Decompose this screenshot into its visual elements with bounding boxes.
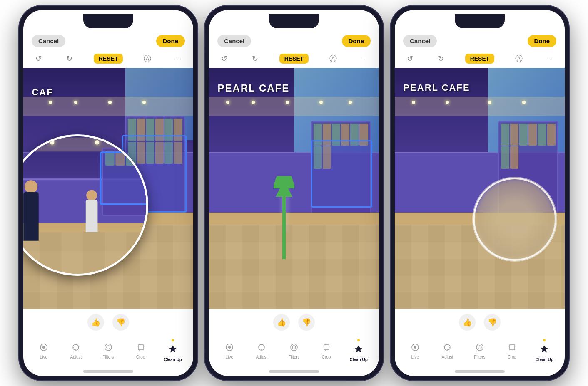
crop-icon-1: [135, 341, 147, 353]
auto-icon-3[interactable]: Ⓐ: [512, 52, 526, 65]
svg-point-7: [105, 344, 112, 351]
tool-cleanup-3[interactable]: Clean Up: [533, 339, 556, 362]
zoom-light-dot: [130, 140, 135, 144]
svg-point-18: [228, 346, 231, 349]
tool-live-1[interactable]: Live: [32, 341, 55, 359]
svg-point-38: [476, 344, 483, 351]
feedback-row-1: 👍 👎: [23, 309, 193, 336]
zoom-chef-body: [86, 199, 98, 232]
svg-point-8: [107, 346, 110, 349]
light-dot: [522, 101, 526, 104]
shelf-item: [501, 124, 509, 146]
tool-crop-1[interactable]: Crop: [129, 341, 152, 359]
redo-icon-1[interactable]: ↻: [62, 52, 76, 65]
more-icon-1[interactable]: ···: [172, 52, 185, 65]
light-dot: [286, 101, 289, 104]
tool-adjust-3[interactable]: Adjust: [436, 341, 459, 359]
reset-button-3[interactable]: RESET: [465, 54, 495, 64]
adjust-icon-2: [256, 341, 267, 353]
live-icon-2: [224, 341, 235, 353]
top-controls-2: Cancel Done: [209, 32, 379, 49]
photo-area-1: CAF: [23, 68, 193, 309]
done-button-3[interactable]: Done: [528, 35, 557, 47]
zoom-person-chef: [86, 190, 98, 232]
green-arrow-2: [274, 176, 294, 261]
thumbs-up-button-3[interactable]: 👍: [459, 314, 476, 331]
tool-live-2[interactable]: Live: [218, 341, 241, 359]
undo-icon-1[interactable]: ↺: [32, 52, 45, 65]
undo-icon-3[interactable]: ↺: [403, 52, 416, 65]
more-icon-2[interactable]: ···: [357, 52, 371, 65]
tool-adjust-2[interactable]: Adjust: [250, 341, 273, 359]
filters-icon-2: [288, 341, 300, 353]
reset-button-2[interactable]: RESET: [279, 54, 309, 64]
tool-crop-2[interactable]: Crop: [315, 341, 338, 359]
notch-3: [455, 14, 505, 28]
tool-adjust-1[interactable]: Adjust: [65, 341, 87, 359]
adjust-icon-3: [441, 341, 453, 353]
cancel-button-3[interactable]: Cancel: [403, 35, 437, 47]
tool-filters-2[interactable]: Filters: [282, 341, 305, 359]
phone-2: Cancel Done ↺ ↻ RESET Ⓐ ··· PEARL CAFE: [205, 6, 383, 380]
crop-label-1: Crop: [136, 355, 145, 359]
cleanup-icon-3: [538, 344, 550, 356]
light-dot: [74, 101, 77, 104]
cancel-button-2[interactable]: Cancel: [217, 35, 251, 47]
thumbs-down-button-3[interactable]: 👎: [484, 314, 501, 331]
crop-label-3: Crop: [508, 355, 517, 359]
adjust-label-2: Adjust: [256, 355, 267, 359]
svg-point-19: [259, 344, 264, 350]
thumbs-up-button-2[interactable]: 👍: [273, 314, 290, 331]
redo-icon-3[interactable]: ↻: [434, 52, 447, 65]
done-button-2[interactable]: Done: [342, 35, 371, 47]
ceiling-lights-1: [23, 97, 193, 116]
svg-marker-16: [276, 180, 292, 197]
zoom-person-head: [24, 180, 37, 193]
tool-crop-3[interactable]: Crop: [501, 341, 523, 359]
adjust-label-1: Adjust: [70, 355, 82, 359]
cancel-button-1[interactable]: Cancel: [32, 35, 65, 47]
zoom-light-dot: [95, 140, 99, 144]
svg-point-32: [414, 346, 416, 349]
tool-cleanup-1[interactable]: Clean Up: [162, 339, 184, 362]
more-icon-3[interactable]: ···: [543, 52, 556, 65]
tool-cleanup-2[interactable]: Clean Up: [347, 339, 370, 362]
light-dot: [446, 101, 449, 104]
tool-filters-1[interactable]: Filters: [97, 341, 120, 359]
undo-icon-2[interactable]: ↺: [217, 52, 231, 65]
auto-icon-2[interactable]: Ⓐ: [326, 52, 340, 65]
light-dot: [488, 101, 491, 104]
thumbs-down-button-1[interactable]: 👎: [112, 314, 129, 331]
redo-icon-2[interactable]: ↻: [248, 52, 262, 65]
thumbs-up-button-1[interactable]: 👍: [87, 314, 104, 331]
home-indicator-3: [455, 370, 505, 373]
ceiling-lights-3: [395, 97, 565, 116]
crop-label-2: Crop: [322, 355, 331, 359]
feedback-row-3: 👍 👎: [395, 309, 565, 336]
bottom-toolbar-1: Live Adjust Filters: [23, 336, 193, 369]
live-icon-3: [409, 341, 421, 353]
phone-screen-2: Cancel Done ↺ ↻ RESET Ⓐ ··· PEARL CAFE: [209, 10, 379, 376]
svg-rect-26: [324, 345, 329, 350]
live-label-2: Live: [226, 355, 233, 359]
selection-box-2: [311, 140, 372, 208]
thumbs-down-button-2[interactable]: 👎: [298, 314, 315, 331]
tool-filters-3[interactable]: Filters: [468, 341, 491, 359]
svg-rect-9: [138, 345, 143, 350]
done-button-1[interactable]: Done: [156, 35, 185, 47]
cafe-scene-2: PEARL CAFE: [209, 68, 379, 309]
bottom-toolbar-3: Live Adjust Filters: [395, 336, 565, 369]
shelf-item: [510, 146, 518, 169]
filters-label-3: Filters: [474, 355, 485, 359]
toolbar-row-1: ↺ ↻ RESET Ⓐ ···: [23, 49, 193, 68]
bottom-toolbar-2: Live Adjust Filters: [209, 336, 379, 369]
tool-live-3[interactable]: Live: [404, 341, 426, 359]
cafe-sign-2: PEARL CAFE: [217, 82, 379, 94]
zoom-tiles: [23, 232, 148, 276]
light-dot: [412, 101, 415, 104]
zoom-person: [23, 180, 38, 241]
live-icon-1: [38, 341, 50, 353]
auto-icon-1[interactable]: Ⓐ: [141, 52, 154, 65]
phone-3: Cancel Done ↺ ↻ RESET Ⓐ ··· PEARL CAFE: [391, 6, 569, 380]
reset-button-1[interactable]: RESET: [94, 54, 123, 64]
